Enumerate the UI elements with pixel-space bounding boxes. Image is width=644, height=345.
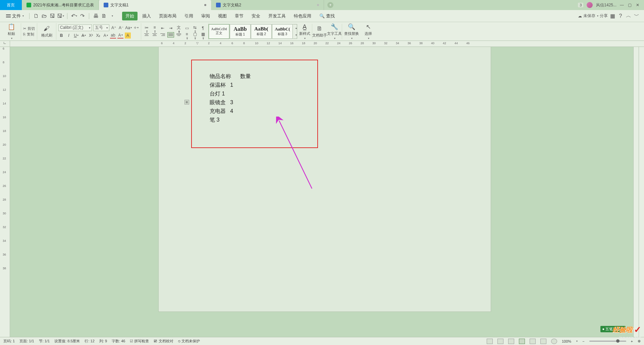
new-doc-icon[interactable]: 🗋 (33, 13, 40, 19)
format-painter-button[interactable]: 🖌格式刷 (39, 23, 54, 40)
share-button[interactable]: 分享 (600, 13, 608, 19)
doc-helper-button[interactable]: 🗎文档助手 (312, 23, 327, 40)
expand-icon[interactable]: ﹀ (633, 13, 640, 19)
strike-icon[interactable]: A̶▾ (80, 32, 87, 39)
underline-icon[interactable]: U▾ (73, 32, 79, 39)
status-words[interactable]: 字数: 46 (112, 339, 125, 344)
style-body[interactable]: AaBbCcDd正文 (209, 24, 229, 39)
zoom-in-button[interactable]: + (631, 339, 633, 343)
tab-selector[interactable]: ∟ (0, 41, 10, 47)
select-button[interactable]: ↖选择▾ (361, 23, 376, 40)
font-effect-icon[interactable]: A▾ (103, 32, 109, 39)
menu-insert[interactable]: 插入 (139, 12, 154, 20)
scrollbar-vertical[interactable] (633, 47, 639, 337)
bullet-list-icon[interactable]: ≔▾ (143, 25, 150, 31)
copy-button[interactable]: ⎘ 复制 (23, 32, 35, 37)
tab-workbook[interactable]: 2021年拟来湘...考科目要求汇总表 (22, 0, 99, 10)
number-list-icon[interactable]: ≡▾ (151, 25, 158, 31)
subscript-icon[interactable]: X₂ (95, 32, 101, 39)
view-eye-icon[interactable] (540, 339, 546, 344)
view-read-icon[interactable] (497, 339, 503, 344)
style-gallery[interactable]: AaBbCcDd正文 AaBb标题 1 AaBb(标题 2 AaBbC(标题 3… (209, 24, 297, 39)
change-case-icon[interactable]: Aa▾ (125, 25, 131, 31)
tab-doc-active[interactable]: 文字文稿1 (99, 0, 212, 10)
shading-icon[interactable]: ▢▾ (192, 32, 198, 38)
menu-layout[interactable]: 页面布局 (156, 12, 180, 20)
bold-icon[interactable]: B (58, 32, 64, 39)
text-tool-button[interactable]: 🔧文字工具▾ (327, 23, 342, 40)
print-icon[interactable]: 🖶 (93, 13, 99, 19)
shrink-font-icon[interactable]: A⁻ (118, 25, 124, 31)
status-pages[interactable]: 页面: 1/1 (19, 339, 34, 344)
text-dir-icon[interactable]: 文▾ (175, 25, 182, 31)
font-name-select[interactable]: Calibri (正文) (58, 24, 92, 31)
file-menu[interactable]: 文件▾ (4, 12, 26, 20)
saveas-icon[interactable]: 🖫▾ (57, 13, 64, 19)
menu-view[interactable]: 视图 (215, 12, 230, 20)
font-size-select[interactable]: 五号 (93, 24, 109, 31)
save-icon[interactable]: 🖫 (49, 13, 56, 19)
view-web-icon[interactable] (530, 339, 536, 344)
indent-dec-icon[interactable]: ⇤ (159, 25, 166, 31)
style-h2[interactable]: AaBb(标题 2 (251, 24, 272, 39)
maximize-button[interactable]: ▢ (628, 3, 633, 7)
menu-chapter[interactable]: 章节 (231, 12, 247, 20)
undo-icon[interactable]: ↶▾ (71, 13, 77, 19)
clear-format-icon[interactable]: ✧▾ (133, 25, 139, 31)
view-page-icon[interactable] (519, 339, 525, 344)
view-outline-icon[interactable] (508, 339, 514, 344)
status-page[interactable]: 页码: 1 (3, 339, 15, 344)
menu-security[interactable]: 安全 (248, 12, 264, 20)
zoom-value[interactable]: 100% (562, 339, 571, 343)
align-justify-icon[interactable] (167, 32, 174, 38)
line-space-icon[interactable]: ≡▾ (183, 32, 190, 38)
paste-options-icon[interactable]: 🗎 (184, 100, 189, 105)
zoom-slider[interactable] (589, 341, 626, 342)
menu-ref[interactable]: 引用 (181, 12, 197, 20)
sidebar-tools[interactable] (639, 47, 644, 337)
tab-doc2[interactable]: 文字文稿2 (211, 0, 324, 10)
grow-font-icon[interactable]: A⁺ (111, 25, 117, 31)
superscript-icon[interactable]: X² (88, 32, 94, 39)
style-h3[interactable]: AaBbC(标题 3 (272, 24, 293, 39)
find-replace-button[interactable]: 🔍查找替换▾ (342, 23, 361, 40)
indent-inc-icon[interactable]: ⇥ (167, 25, 174, 31)
char-space-icon[interactable]: ▭ (183, 25, 190, 31)
open-icon[interactable]: 🗁 (41, 13, 48, 19)
view-skin-icon[interactable] (551, 339, 557, 344)
showmarks-icon[interactable]: ¶ (200, 25, 206, 31)
menu-special[interactable]: 特色应用 (290, 12, 315, 20)
align-right-icon[interactable] (159, 32, 166, 38)
zoom-out-button[interactable]: − (582, 339, 584, 343)
style-h1[interactable]: AaBb标题 1 (230, 24, 251, 39)
phonetic-icon[interactable]: ab (110, 32, 116, 39)
avatar-icon[interactable] (587, 2, 593, 8)
status-spell[interactable]: ☑ 拼写检查 (130, 339, 149, 344)
help-icon[interactable]: ? (617, 13, 624, 19)
menu-review[interactable]: 审阅 (198, 12, 213, 20)
cut-button[interactable]: ✂ 剪切 (23, 26, 35, 31)
cloud-status[interactable]: ☁ 未保存▾ (578, 13, 598, 19)
status-protect[interactable]: ⦸ 文档未保护 (178, 339, 200, 344)
minimize-button[interactable]: — (620, 3, 625, 7)
status-proof[interactable]: 🗹 文档校对 (154, 339, 173, 344)
scan-icon[interactable]: ▦ (609, 13, 616, 19)
border-icon[interactable]: ▦▾ (200, 32, 206, 38)
close-button[interactable]: ✕ (636, 3, 641, 7)
redo-icon[interactable]: ↷ (79, 13, 86, 19)
new-style-button[interactable]: A̲新样式▾ (297, 23, 312, 40)
tabs-icon[interactable]: ⇆▾ (192, 25, 198, 31)
view-fullscreen-icon[interactable] (487, 339, 493, 344)
notification-count[interactable]: 3 (578, 3, 583, 7)
collapse-ribbon-icon[interactable]: ︿ (625, 13, 632, 19)
align-left-icon[interactable] (143, 32, 150, 38)
paste-button[interactable]: 📋粘贴▾ (4, 23, 19, 40)
font-color-icon[interactable]: A▾ (117, 32, 123, 39)
more-icon[interactable]: ▾ (109, 13, 115, 19)
align-center-icon[interactable] (151, 32, 158, 38)
menu-start[interactable]: 开始 (122, 12, 138, 20)
menu-devtools[interactable]: 开发工具 (265, 12, 289, 20)
tab-home[interactable]: 首页 (0, 0, 22, 10)
italic-icon[interactable]: I (66, 32, 72, 39)
highlight-icon[interactable]: A (125, 32, 131, 39)
